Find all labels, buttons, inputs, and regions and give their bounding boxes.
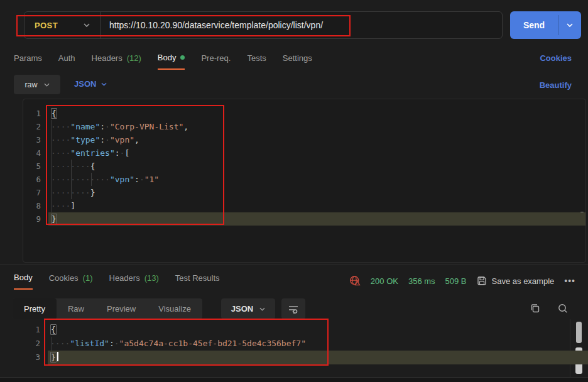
copy-response-button[interactable] — [529, 302, 542, 315]
code-line[interactable]: { — [48, 323, 588, 337]
tab-count: (1) — [83, 273, 93, 283]
code-token: · — [139, 175, 144, 184]
text-cursor — [57, 352, 58, 361]
code-token: } — [90, 188, 95, 197]
chevron-down-icon — [567, 23, 573, 27]
code-token: ············ — [51, 175, 110, 184]
tab-label: Params — [14, 53, 42, 63]
response-tab-body[interactable]: Body — [14, 273, 33, 290]
response-tab-test-results[interactable]: Test Results — [175, 273, 220, 290]
ssl-warning-icon[interactable] — [349, 275, 361, 286]
send-button[interactable]: Send — [510, 11, 581, 39]
code-token: · — [105, 135, 110, 145]
response-view-tabs: PrettyRawPreviewVisualize — [13, 298, 202, 319]
word-wrap-icon — [288, 304, 299, 314]
code-line[interactable]: ············"vpn":·"1" — [48, 173, 585, 186]
view-tab-preview[interactable]: Preview — [95, 298, 147, 319]
code-token: } — [51, 214, 57, 224]
code-token: : — [109, 339, 114, 348]
line-number-gutter: 123 — [23, 319, 48, 377]
view-tab-visualize[interactable]: Visualize — [147, 298, 202, 319]
line-number: 9 — [23, 212, 41, 226]
request-tab-tests[interactable]: Tests — [247, 53, 266, 70]
save-as-example-button[interactable]: Save as example — [477, 276, 555, 286]
wrap-lines-button[interactable] — [281, 298, 305, 319]
code-token: ···· — [51, 201, 70, 210]
search-icon — [557, 302, 569, 315]
code-line[interactable]: ····"type":·"vpn", — [48, 133, 585, 146]
api-client-window: POST https://10.10.20.90/dataservice/tem… — [0, 0, 588, 382]
tab-label: Auth — [58, 53, 75, 63]
code-token: { — [51, 108, 57, 119]
code-line[interactable]: ····"listId":·"a5d4c74a-cc1b-45ef-bd21-5… — [48, 337, 588, 351]
code-line[interactable]: ········} — [48, 186, 585, 199]
code-token: ···· — [51, 122, 70, 131]
code-token: "entries" — [70, 148, 114, 158]
code-token: } — [50, 352, 57, 363]
code-token: "1" — [144, 175, 159, 184]
url-bar: POST https://10.10.20.90/dataservice/tem… — [24, 11, 503, 39]
body-format-select[interactable]: JSON — [74, 79, 107, 89]
code-line[interactable]: } — [48, 212, 585, 226]
code-line[interactable]: ····"entries":·[ — [48, 146, 585, 160]
request-tab-params[interactable]: Params — [14, 53, 42, 70]
code-line[interactable]: ········{ — [48, 160, 585, 173]
code-line[interactable]: ····"name":·"Corp-VPN-List", — [48, 120, 585, 133]
line-number: 2 — [23, 337, 40, 351]
send-options-button[interactable] — [558, 11, 581, 39]
response-tab-cookies[interactable]: Cookies(1) — [49, 273, 93, 290]
status-badge[interactable]: 200 OK — [371, 276, 398, 286]
code-token: : — [100, 135, 105, 145]
code-token: ···· — [51, 135, 70, 145]
line-number: 3 — [23, 351, 40, 364]
response-meta: 200 OK 356 ms 509 B Save as example ••• — [349, 275, 575, 286]
code-token: "a5d4c74a-cc1b-45ef-bd21-5de4c356bef7" — [119, 339, 306, 348]
request-tab-settings[interactable]: Settings — [283, 53, 312, 70]
save-as-example-label: Save as example — [492, 276, 555, 286]
response-format-select[interactable]: JSON — [221, 298, 275, 319]
response-time[interactable]: 356 ms — [408, 276, 435, 286]
cookies-link[interactable]: Cookies — [540, 53, 572, 63]
code-line[interactable]: } — [48, 351, 588, 364]
method-select[interactable]: POST — [24, 12, 100, 38]
tab-label: Cookies — [49, 273, 79, 283]
code-token: , — [183, 122, 188, 131]
response-body-editor[interactable]: 123 {····"listId":·"a5d4c74a-cc1b-45ef-b… — [23, 319, 588, 377]
section-divider — [0, 265, 588, 265]
response-size[interactable]: 509 B — [445, 276, 467, 286]
beautify-link[interactable]: Beautify — [540, 80, 572, 90]
code-token: : — [134, 175, 139, 184]
code-token: ········ — [51, 188, 90, 197]
request-body-editor[interactable]: 123456789 {····"name":·"Corp-VPN-List",·… — [23, 99, 586, 263]
request-tab-pre-req-[interactable]: Pre-req. — [201, 53, 231, 70]
code-token: ···· — [51, 148, 70, 158]
request-tab-auth[interactable]: Auth — [58, 53, 75, 70]
body-type-select[interactable]: raw — [14, 75, 60, 94]
search-response-button[interactable] — [557, 302, 569, 315]
request-tab-body[interactable]: Body — [158, 53, 185, 70]
more-options-icon[interactable]: ••• — [564, 276, 575, 286]
unsaved-dot-icon — [180, 55, 185, 60]
request-tab-headers[interactable]: Headers(12) — [92, 53, 141, 70]
code-line[interactable]: ····] — [48, 199, 585, 212]
code-token: : — [115, 148, 120, 158]
response-tab-headers[interactable]: Headers(13) — [109, 273, 159, 290]
view-tab-pretty[interactable]: Pretty — [13, 298, 57, 319]
request-tabs: ParamsAuthHeaders(12)BodyPre-req.TestsSe… — [14, 53, 312, 70]
url-input[interactable]: https://10.10.20.90/dataservice/template… — [101, 20, 502, 30]
line-number: 6 — [23, 173, 41, 186]
copy-icon — [529, 302, 542, 315]
code-line[interactable]: { — [48, 107, 585, 120]
code-token: [ — [124, 148, 129, 158]
code-area[interactable]: {····"name":·"Corp-VPN-List",····"type":… — [48, 99, 585, 262]
line-number: 7 — [23, 186, 41, 199]
code-token: : — [100, 122, 105, 131]
view-tab-raw[interactable]: Raw — [57, 298, 95, 319]
save-icon — [477, 276, 487, 286]
line-number: 3 — [23, 133, 41, 146]
code-area[interactable]: {····"listId":·"a5d4c74a-cc1b-45ef-bd21-… — [48, 319, 588, 377]
tab-label: Settings — [283, 53, 312, 63]
footer-strip — [0, 378, 588, 382]
code-token: { — [90, 161, 95, 171]
chevron-down-icon — [259, 307, 265, 311]
